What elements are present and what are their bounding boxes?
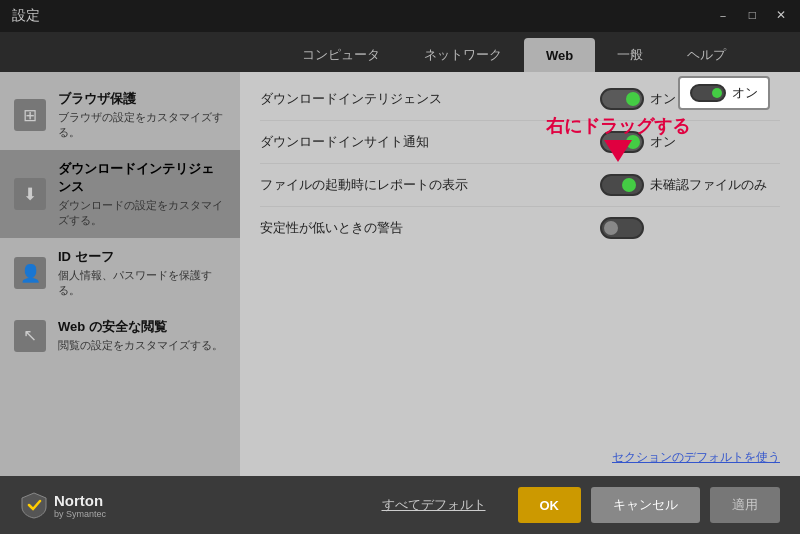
toggle-label-report: 未確認ファイルのみ — [650, 176, 767, 194]
norton-logo: Norton by Symantec — [20, 491, 106, 519]
sidebar-download-label: ダウンロードインテリジェンス — [58, 160, 226, 196]
sidebar-browser-label: ブラウザ保護 — [58, 90, 226, 108]
norton-shield-icon — [20, 491, 48, 519]
minimize-button[interactable]: － — [711, 6, 735, 27]
maximize-button[interactable]: □ — [743, 6, 762, 27]
drag-arrow-icon — [604, 140, 632, 162]
setting-label-low-safety: 安定性が低いときの警告 — [260, 219, 403, 237]
norton-name: Norton — [54, 492, 106, 509]
tab-web[interactable]: Web — [524, 38, 595, 72]
settings-content: オン 右にドラッグする ダウンロードインテリジェンス オン — [240, 72, 800, 476]
settings-list: ダウンロードインテリジェンス オン ? ダウンロードインサイト通知 — [260, 88, 780, 249]
main-content: ⊞ ブラウザ保護 ブラウザの設定をカスタマイズする。 ⬇ ダウンロードインテリジ… — [0, 72, 800, 476]
setting-control-low-safety — [600, 217, 780, 239]
sidebar-item-browser[interactable]: ⊞ ブラウザ保護 ブラウザの設定をカスタマイズする。 — [0, 80, 240, 150]
sidebar-id-text: ID セーフ 個人情報、パスワードを保護する。 — [58, 248, 226, 298]
sidebar-item-web[interactable]: ↖ Web の安全な閲覧 閲覧の設定をカスタマイズする。 — [0, 308, 240, 363]
sidebar-web-text: Web の安全な閲覧 閲覧の設定をカスタマイズする。 — [58, 318, 223, 353]
sidebar-item-download[interactable]: ⬇ ダウンロードインテリジェンス ダウンロードの設定をカスタマイズする。 — [0, 150, 240, 238]
sidebar-id-desc: 個人情報、パスワードを保護する。 — [58, 268, 226, 298]
id-icon: 👤 — [14, 257, 46, 289]
setting-row-report-launch: ファイルの起動時にレポートの表示 未確認ファイルのみ — [260, 164, 780, 207]
download-icon: ⬇ — [14, 178, 46, 210]
toggle-container-report: 未確認ファイルのみ — [600, 174, 767, 196]
tabbar: コンピュータ ネットワーク Web 一般 ヘルプ — [0, 32, 800, 72]
toggle-report[interactable] — [600, 174, 644, 196]
close-button[interactable]: ✕ — [770, 6, 792, 27]
tooltip-toggle-visual — [690, 84, 726, 102]
setting-label-download-intelligence: ダウンロードインテリジェンス — [260, 90, 442, 108]
tab-computer[interactable]: コンピュータ — [280, 38, 402, 72]
sidebar-browser-desc: ブラウザの設定をカスタマイズする。 — [58, 110, 226, 140]
tab-network[interactable]: ネットワーク — [402, 38, 524, 72]
toggle-download-intelligence[interactable] — [600, 88, 644, 110]
toggle-low-safety[interactable] — [600, 217, 644, 239]
sidebar-web-desc: 閲覧の設定をカスタマイズする。 — [58, 338, 223, 353]
norton-sub: by Symantec — [54, 509, 106, 519]
sidebar: ⊞ ブラウザ保護 ブラウザの設定をカスタマイズする。 ⬇ ダウンロードインテリジ… — [0, 72, 240, 476]
setting-label-insight: ダウンロードインサイト通知 — [260, 133, 429, 151]
tooltip-label: オン — [732, 84, 758, 102]
drag-instruction: 右にドラッグする — [546, 114, 690, 162]
titlebar-controls: － □ ✕ — [711, 6, 792, 27]
tab-help[interactable]: ヘルプ — [665, 38, 748, 72]
browser-icon: ⊞ — [14, 99, 46, 131]
titlebar: 設定 － □ ✕ — [0, 0, 800, 32]
ok-button[interactable]: OK — [518, 487, 582, 523]
tab-general[interactable]: 一般 — [595, 38, 665, 72]
sidebar-web-label: Web の安全な閲覧 — [58, 318, 223, 336]
setting-row-insight-notification: ダウンロードインサイト通知 オン — [260, 121, 780, 164]
norton-text: Norton by Symantec — [54, 492, 106, 519]
sidebar-id-label: ID セーフ — [58, 248, 226, 266]
drag-text: 右にドラッグする — [546, 114, 690, 138]
web-icon: ↖ — [14, 320, 46, 352]
sidebar-browser-text: ブラウザ保護 ブラウザの設定をカスタマイズする。 — [58, 90, 226, 140]
sidebar-item-id[interactable]: 👤 ID セーフ 個人情報、パスワードを保護する。 — [0, 238, 240, 308]
settings-window: 設定 － □ ✕ コンピュータ ネットワーク Web 一般 ヘルプ ⊞ ブラウザ… — [0, 0, 800, 534]
setting-row-low-safety: 安定性が低いときの警告 — [260, 207, 780, 249]
apply-button[interactable]: 適用 — [710, 487, 780, 523]
setting-control-report: 未確認ファイルのみ — [600, 174, 780, 196]
toggle-tooltip: オン — [678, 76, 770, 110]
window-title: 設定 — [8, 7, 40, 25]
default-button[interactable]: すべてデフォルト — [360, 487, 508, 523]
sidebar-download-desc: ダウンロードの設定をカスタマイズする。 — [58, 198, 226, 228]
toggle-container-safety — [600, 217, 730, 239]
sidebar-download-text: ダウンロードインテリジェンス ダウンロードの設定をカスタマイズする。 — [58, 160, 226, 228]
default-link[interactable]: セクションのデフォルトを使う — [612, 449, 780, 466]
footer: Norton by Symantec すべてデフォルト OK キャンセル 適用 — [0, 476, 800, 534]
setting-label-report: ファイルの起動時にレポートの表示 — [260, 176, 468, 194]
footer-buttons: すべてデフォルト OK キャンセル 適用 — [360, 487, 781, 523]
cancel-button[interactable]: キャンセル — [591, 487, 700, 523]
